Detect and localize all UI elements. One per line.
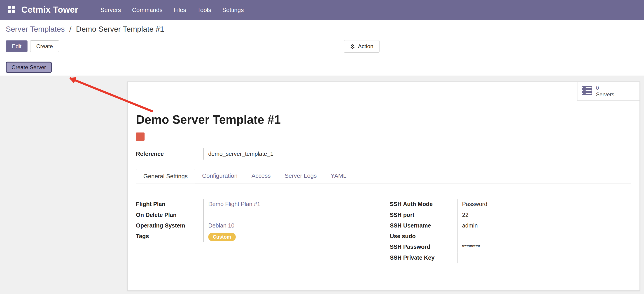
app-window: Cetmix Tower Servers Commands Files Tool… — [0, 0, 644, 294]
breadcrumb: Server Templates / Demo Server Template … — [6, 25, 638, 34]
field-value-flight-plan[interactable]: Demo Flight Plan #1 — [208, 201, 260, 207]
main-menu: Servers Commands Files Tools Settings — [100, 7, 244, 13]
tab-server-logs[interactable]: Server Logs — [278, 169, 324, 183]
left-field-group: Flight Plan Demo Flight Plan #1 On Delet… — [136, 199, 378, 263]
field-label-ssh-private-key: SSH Private Key — [390, 253, 457, 263]
control-panel: Server Templates / Demo Server Template … — [0, 20, 644, 59]
menu-item-commands[interactable]: Commands — [132, 7, 162, 13]
servers-stack-icon — [582, 86, 592, 96]
breadcrumb-parent-link[interactable]: Server Templates — [6, 25, 64, 33]
field-value-operating-system[interactable]: Debian 10 — [208, 222, 234, 229]
menu-item-files[interactable]: Files — [174, 7, 186, 13]
form-card: 0 Servers Demo Server Template #1 Refere… — [127, 81, 640, 291]
field-label-tags: Tags — [136, 231, 203, 242]
reference-field-label: Reference — [136, 148, 203, 160]
stat-button-box: 0 Servers — [128, 82, 640, 101]
record-title: Demo Server Template #1 — [136, 113, 631, 127]
reference-field-row: Reference demo_server_template_1 — [136, 148, 631, 160]
tab-general-settings[interactable]: General Settings — [136, 169, 195, 183]
servers-count-label: Servers — [596, 91, 614, 97]
tab-access[interactable]: Access — [244, 169, 278, 183]
tag-badge-custom: Custom — [208, 233, 236, 241]
content-area: 0 Servers Demo Server Template #1 Refere… — [0, 76, 644, 294]
field-label-ssh-auth-mode: SSH Auth Mode — [390, 199, 457, 210]
field-columns: Flight Plan Demo Flight Plan #1 On Delet… — [136, 199, 631, 263]
field-label-use-sudo: Use sudo — [390, 231, 457, 242]
field-value-use-sudo — [457, 231, 631, 242]
menu-item-tools[interactable]: Tools — [197, 7, 211, 13]
app-brand[interactable]: Cetmix Tower — [22, 5, 78, 15]
apps-menu-button[interactable] — [5, 4, 18, 16]
tab-yaml[interactable]: YAML — [324, 169, 354, 183]
field-label-flight-plan: Flight Plan — [136, 199, 203, 210]
field-value-ssh-private-key — [457, 253, 631, 263]
field-value-on-delete-plan — [203, 210, 377, 220]
field-value-ssh-auth-mode: Password — [457, 199, 631, 210]
field-label-ssh-username: SSH Username — [390, 220, 457, 231]
right-field-group: SSH Auth Mode Password SSH port 22 SSH U… — [390, 199, 631, 263]
color-swatch — [136, 132, 144, 141]
gear-icon: ⚙ — [350, 43, 355, 49]
create-button[interactable]: Create — [30, 40, 59, 53]
field-value-ssh-port: 22 — [457, 210, 631, 220]
field-value-ssh-password: ******** — [457, 242, 631, 253]
form-statusbar: Create Server — [0, 59, 644, 76]
tab-configuration[interactable]: Configuration — [195, 169, 244, 183]
action-menu-label: Action — [358, 43, 373, 50]
field-value-ssh-username: admin — [457, 220, 631, 231]
notebook-tabs: General Settings Configuration Access Se… — [136, 169, 631, 183]
control-panel-buttons: Edit Create ⚙ Action — [6, 40, 638, 53]
create-server-button[interactable]: Create Server — [6, 62, 52, 73]
top-navbar: Cetmix Tower Servers Commands Files Tool… — [0, 0, 644, 20]
field-label-on-delete-plan: On Delete Plan — [136, 210, 203, 220]
menu-item-servers[interactable]: Servers — [100, 7, 121, 13]
field-label-ssh-port: SSH port — [390, 210, 457, 220]
reference-field-value: demo_server_template_1 — [203, 148, 274, 160]
form-sheet: Demo Server Template #1 Reference demo_s… — [128, 101, 640, 263]
field-label-operating-system: Operating System — [136, 220, 203, 231]
action-menu-button[interactable]: ⚙ Action — [344, 40, 379, 53]
menu-item-settings[interactable]: Settings — [222, 7, 244, 13]
apps-grid-icon — [8, 6, 15, 14]
edit-button[interactable]: Edit — [6, 40, 28, 53]
servers-count: 0 — [596, 85, 614, 91]
breadcrumb-separator: / — [69, 25, 71, 33]
breadcrumb-current: Demo Server Template #1 — [76, 25, 164, 33]
field-label-ssh-password: SSH Password — [390, 242, 457, 253]
servers-stat-button[interactable]: 0 Servers — [577, 82, 640, 101]
